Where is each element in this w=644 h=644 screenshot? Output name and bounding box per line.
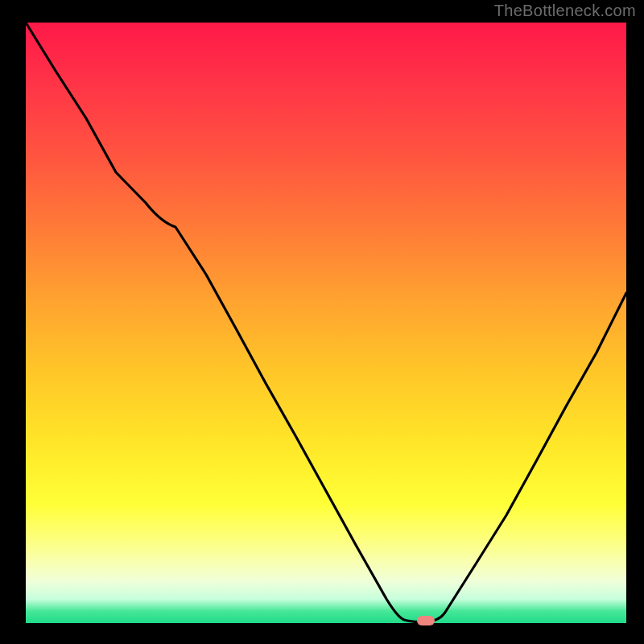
optimal-point-marker bbox=[417, 616, 435, 625]
plot-area bbox=[26, 23, 626, 623]
curve-svg bbox=[26, 23, 626, 623]
bottleneck-curve bbox=[26, 23, 626, 622]
watermark-text: TheBottleneck.com bbox=[494, 2, 636, 20]
chart-frame: TheBottleneck.com bbox=[0, 0, 644, 644]
